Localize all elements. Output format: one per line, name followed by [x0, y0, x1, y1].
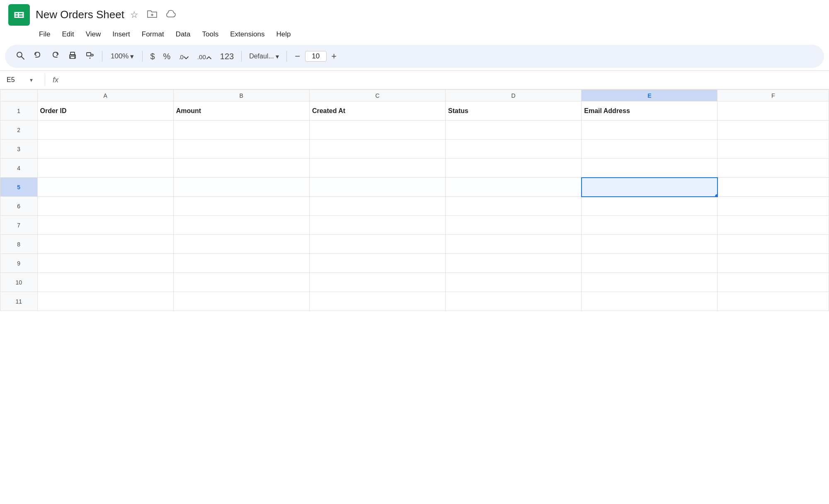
cell-a7[interactable] — [37, 216, 173, 235]
cell-c3[interactable] — [309, 140, 445, 159]
menu-extensions[interactable]: Extensions — [225, 28, 269, 41]
cell-d2[interactable] — [446, 121, 582, 140]
cell-a10[interactable] — [37, 273, 173, 292]
cell-d10[interactable] — [446, 273, 582, 292]
menu-edit[interactable]: Edit — [57, 28, 79, 41]
row-header-11[interactable]: 11 — [0, 292, 38, 311]
font-size-decrease-button[interactable]: − — [291, 50, 304, 63]
cell-a5[interactable] — [37, 178, 173, 197]
col-header-d[interactable]: D — [446, 90, 582, 101]
row-header-8[interactable]: 8 — [0, 235, 38, 254]
cell-c5[interactable] — [309, 178, 445, 197]
cell-d1[interactable]: Status — [446, 101, 582, 121]
cell-d6[interactable] — [446, 197, 582, 216]
decimal-decrease-button[interactable]: .0 — [175, 50, 192, 63]
menu-view[interactable]: View — [81, 28, 106, 41]
cell-e6[interactable] — [582, 197, 717, 216]
print-button[interactable] — [65, 48, 80, 64]
cell-f2[interactable] — [717, 121, 829, 140]
cell-b5[interactable] — [173, 178, 309, 197]
cloud-save-button[interactable] — [165, 9, 178, 21]
cell-b1[interactable]: Amount — [173, 101, 309, 121]
cell-d4[interactable] — [446, 159, 582, 178]
cell-e2[interactable] — [582, 121, 717, 140]
row-header-4[interactable]: 4 — [0, 159, 38, 178]
paint-format-button[interactable] — [82, 48, 98, 64]
cell-b9[interactable] — [173, 254, 309, 273]
menu-help[interactable]: Help — [271, 28, 296, 41]
cell-f10[interactable] — [717, 273, 829, 292]
menu-format[interactable]: Format — [137, 28, 169, 41]
cell-b10[interactable] — [173, 273, 309, 292]
number-format-button[interactable]: 123 — [217, 50, 237, 63]
cell-b3[interactable] — [173, 140, 309, 159]
menu-data[interactable]: Data — [171, 28, 196, 41]
cell-f11[interactable] — [717, 292, 829, 311]
formula-input[interactable] — [66, 76, 822, 84]
cell-c11[interactable] — [309, 292, 445, 311]
cell-f4[interactable] — [717, 159, 829, 178]
menu-insert[interactable]: Insert — [107, 28, 135, 41]
cell-e4[interactable] — [582, 159, 717, 178]
cell-f6[interactable] — [717, 197, 829, 216]
currency-button[interactable]: $ — [147, 50, 158, 63]
menu-tools[interactable]: Tools — [197, 28, 224, 41]
cell-b4[interactable] — [173, 159, 309, 178]
cell-f7[interactable] — [717, 216, 829, 235]
cell-a11[interactable] — [37, 292, 173, 311]
cell-f3[interactable] — [717, 140, 829, 159]
cell-d11[interactable] — [446, 292, 582, 311]
cell-f9[interactable] — [717, 254, 829, 273]
cell-ref-chevron[interactable]: ▾ — [30, 77, 33, 83]
cell-c4[interactable] — [309, 159, 445, 178]
row-header-3[interactable]: 3 — [0, 140, 38, 159]
cell-c9[interactable] — [309, 254, 445, 273]
cell-d7[interactable] — [446, 216, 582, 235]
cell-e9[interactable] — [582, 254, 717, 273]
zoom-button[interactable]: 100% ▾ — [107, 51, 138, 63]
font-format-button[interactable]: Defaul... ▾ — [246, 51, 282, 62]
col-header-a[interactable]: A — [37, 90, 173, 101]
cell-a8[interactable] — [37, 235, 173, 254]
move-button[interactable] — [146, 8, 158, 22]
col-header-b[interactable]: B — [173, 90, 309, 101]
row-header-9[interactable]: 9 — [0, 254, 38, 273]
redo-button[interactable] — [47, 48, 63, 64]
font-size-increase-button[interactable]: + — [327, 50, 341, 63]
cell-d8[interactable] — [446, 235, 582, 254]
cell-a2[interactable] — [37, 121, 173, 140]
col-header-f[interactable]: F — [717, 90, 829, 101]
cell-c8[interactable] — [309, 235, 445, 254]
cell-a9[interactable] — [37, 254, 173, 273]
cell-b8[interactable] — [173, 235, 309, 254]
cell-d5[interactable] — [446, 178, 582, 197]
decimal-increase-button[interactable]: .00 — [194, 50, 215, 63]
cell-c7[interactable] — [309, 216, 445, 235]
row-header-2[interactable]: 2 — [0, 121, 38, 140]
cell-e1[interactable]: Email Address — [582, 101, 717, 121]
cell-a4[interactable] — [37, 159, 173, 178]
cell-c10[interactable] — [309, 273, 445, 292]
cell-f5[interactable] — [717, 178, 829, 197]
menu-file[interactable]: File — [34, 28, 55, 41]
cell-a3[interactable] — [37, 140, 173, 159]
cell-e5[interactable] — [582, 178, 717, 197]
row-header-6[interactable]: 6 — [0, 197, 38, 216]
row-header-10[interactable]: 10 — [0, 273, 38, 292]
star-button[interactable]: ☆ — [129, 9, 139, 21]
cell-ref-input[interactable] — [7, 76, 28, 84]
cell-b6[interactable] — [173, 197, 309, 216]
undo-button[interactable] — [30, 48, 46, 64]
row-header-1[interactable]: 1 — [0, 101, 38, 121]
cell-f1[interactable] — [717, 101, 829, 121]
cell-e8[interactable] — [582, 235, 717, 254]
cell-a6[interactable] — [37, 197, 173, 216]
cell-e3[interactable] — [582, 140, 717, 159]
font-size-input[interactable]: 10 — [305, 51, 327, 62]
cell-b7[interactable] — [173, 216, 309, 235]
cell-e7[interactable] — [582, 216, 717, 235]
cell-a1[interactable]: Order ID — [37, 101, 173, 121]
cell-c6[interactable] — [309, 197, 445, 216]
col-header-e[interactable]: E — [582, 90, 717, 101]
row-header-5[interactable]: 5 — [0, 178, 38, 197]
